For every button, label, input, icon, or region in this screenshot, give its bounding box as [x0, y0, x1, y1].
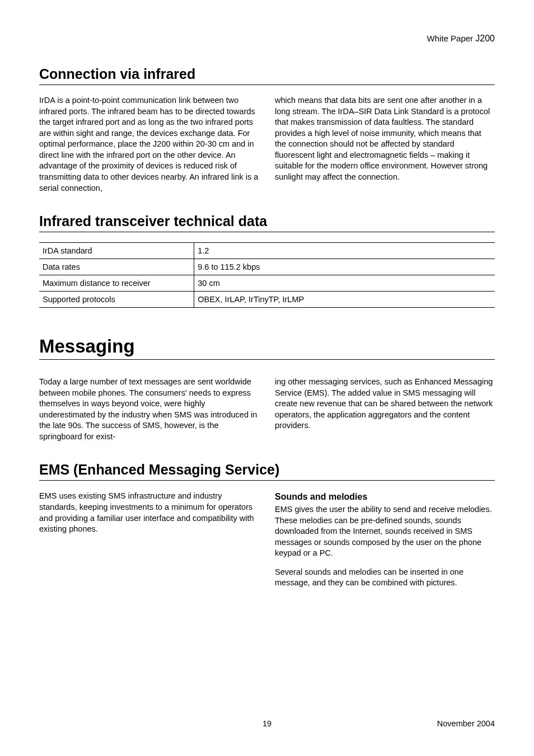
- section-heading-ems: EMS (Enhanced Messaging Service): [39, 462, 495, 481]
- table-cell-label: Supported protocols: [39, 292, 194, 308]
- footer-date: November 2004: [437, 719, 495, 728]
- ir-connection-content: IrDA is a point-to-point communication l…: [39, 95, 495, 194]
- table-cell-label: Data rates: [39, 259, 194, 275]
- messaging-col1: Today a large number of text messages ar…: [39, 377, 259, 442]
- section-heading-ir-connection: Connection via infrared: [39, 66, 495, 85]
- ir-connection-col2: which means that data bits are sent one …: [275, 95, 495, 194]
- section-heading-ir-techdata: Infrared transceiver technical data: [39, 213, 495, 232]
- doc-header: White Paper J200: [39, 34, 495, 44]
- ems-subheading: Sounds and melodies: [275, 491, 495, 503]
- ems-col2-p1: EMS gives the user the ability to send a…: [275, 504, 495, 559]
- doc-id: J200: [475, 34, 495, 43]
- messaging-col2: ing other messaging services, such as En…: [275, 377, 495, 442]
- table-cell-value: 9.6 to 115.2 kbps: [194, 259, 495, 275]
- table-cell-label: IrDA standard: [39, 243, 194, 259]
- messaging-content: Today a large number of text messages ar…: [39, 377, 495, 442]
- table-row: Maximum distance to receiver 30 cm: [39, 275, 495, 292]
- page-footer: 19 November 2004: [39, 719, 495, 728]
- ems-col2: Sounds and melodies EMS gives the user t…: [275, 491, 495, 589]
- ems-col1: EMS uses existing SMS infrastructure and…: [39, 491, 259, 589]
- ems-col2-p2: Several sounds and melodies can be inser…: [275, 567, 495, 589]
- table-cell-label: Maximum distance to receiver: [39, 275, 194, 292]
- table-row: IrDA standard 1.2: [39, 243, 495, 259]
- table-cell-value: OBEX, IrLAP, IrTinyTP, IrLMP: [194, 292, 495, 308]
- table-row: Data rates 9.6 to 115.2 kbps: [39, 259, 495, 275]
- table-row: Supported protocols OBEX, IrLAP, IrTinyT…: [39, 292, 495, 308]
- table-cell-value: 30 cm: [194, 275, 495, 292]
- chapter-heading-messaging: Messaging: [39, 336, 495, 360]
- page-number: 19: [263, 719, 271, 728]
- ems-content: EMS uses existing SMS infrastructure and…: [39, 491, 495, 589]
- ir-techdata-table: IrDA standard 1.2 Data rates 9.6 to 115.…: [39, 242, 495, 308]
- table-cell-value: 1.2: [194, 243, 495, 259]
- doc-label: White Paper: [427, 34, 476, 43]
- ir-connection-col1: IrDA is a point-to-point communication l…: [39, 95, 259, 194]
